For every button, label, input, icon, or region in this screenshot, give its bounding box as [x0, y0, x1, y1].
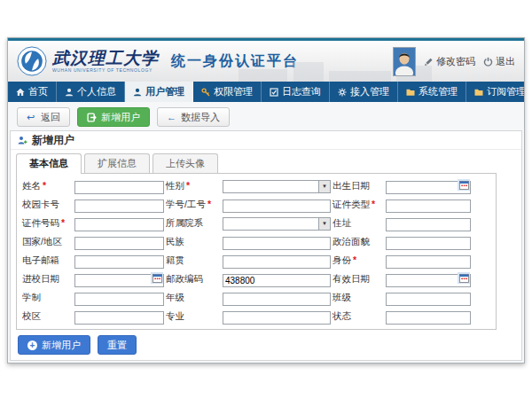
field-department-select[interactable]: ▼ — [223, 217, 331, 231]
chevron-down-icon: ▼ — [318, 218, 330, 230]
field-name-label: 姓名* — [22, 180, 73, 192]
checklist-icon — [270, 88, 278, 97]
nav-tab-label: 个人信息 — [77, 85, 116, 98]
nav-tab-home[interactable]: 首页 — [8, 82, 57, 102]
field-grade-input[interactable] — [223, 293, 331, 306]
field-country-input[interactable] — [74, 237, 164, 250]
field-student-id-input[interactable] — [223, 200, 331, 213]
required-asterisk: * — [61, 217, 65, 228]
folder-icon — [474, 88, 483, 97]
key-icon — [201, 88, 210, 97]
nav-tab-label: 首页 — [28, 85, 48, 98]
home-icon — [16, 88, 25, 97]
required-asterisk: * — [207, 199, 211, 209]
field-political-status-label: 政治面貌 — [332, 236, 384, 248]
nav-tab-profile[interactable]: 个人信息 — [57, 82, 125, 102]
required-asterisk: * — [353, 254, 356, 265]
required-asterisk: * — [372, 199, 375, 209]
power-icon — [483, 57, 493, 66]
change-password-label: 修改密码 — [436, 55, 475, 68]
folder-icon — [406, 88, 415, 97]
tab-extended-info[interactable]: 扩展信息 — [84, 153, 150, 173]
field-campus-card-input[interactable] — [74, 200, 164, 213]
back-button[interactable]: ↩ 返回 — [17, 107, 70, 127]
field-identity-input[interactable] — [386, 255, 471, 269]
field-status-input[interactable] — [386, 311, 471, 325]
reset-button[interactable]: 重置 — [98, 335, 137, 355]
field-class-input[interactable] — [386, 293, 471, 306]
header-user-area: 修改密码 退出 — [393, 47, 515, 76]
data-import-label: 数据导入 — [181, 111, 220, 124]
data-import-button[interactable]: ← 数据导入 — [157, 107, 230, 127]
reset-button-label: 重置 — [107, 339, 127, 352]
add-user-toolbar-button[interactable]: 新增用户 — [77, 107, 150, 127]
university-name: 武汉理工大学 — [52, 50, 159, 66]
field-id-number-input[interactable] — [74, 218, 164, 231]
main-nav: 首页个人信息用户管理权限管理日志查询接入管理系统管理订阅管理 — [8, 82, 524, 102]
tab-basic-info[interactable]: 基本信息 — [16, 153, 82, 174]
app-header: 武汉理工大学 WUHAN UNIVERSITY OF TECHNOLOGY 统一… — [8, 41, 524, 82]
nav-tab-label: 权限管理 — [214, 85, 253, 98]
add-user-submit-button[interactable]: + 新增用户 — [18, 335, 90, 355]
new-document-icon — [87, 113, 97, 122]
field-political-status-input[interactable] — [386, 237, 471, 250]
nav-tab-label: 接入管理 — [350, 85, 389, 98]
field-email-input[interactable] — [74, 255, 164, 269]
nav-tab-label: 日志查询 — [282, 85, 321, 98]
calendar-icon[interactable] — [458, 179, 470, 191]
nav-tab-access[interactable]: 接入管理 — [330, 82, 398, 102]
nav-tab-subscription[interactable]: 订阅管理 — [466, 82, 525, 102]
nav-tab-label: 用户管理 — [145, 85, 184, 98]
calendar-icon[interactable] — [151, 272, 163, 284]
plus-circle-icon: + — [27, 340, 37, 350]
add-user-toolbar-label: 新增用户 — [101, 111, 140, 124]
field-native-place-input[interactable] — [223, 255, 331, 269]
nav-tab-permissions[interactable]: 权限管理 — [193, 82, 262, 102]
field-id-type-label: 证件类型* — [332, 199, 384, 211]
nav-tab-logs[interactable]: 日志查询 — [262, 82, 330, 102]
field-ethnicity-label: 民族 — [166, 236, 221, 248]
calendar-icon[interactable] — [458, 272, 470, 284]
nav-tab-system[interactable]: 系统管理 — [398, 82, 466, 102]
tab-upload-avatar[interactable]: 上传头像 — [153, 153, 218, 173]
required-asterisk: * — [43, 180, 46, 191]
import-arrow-icon: ← — [167, 113, 176, 122]
building-silhouette — [293, 62, 324, 82]
form-tabs: 基本信息扩展信息上传头像 — [11, 150, 521, 174]
pencil-icon — [424, 57, 434, 66]
back-arrow-icon: ↩ — [27, 113, 36, 122]
app-window: 武汉理工大学 WUHAN UNIVERSITY OF TECHNOLOGY 统一… — [7, 37, 525, 364]
page: 武汉理工大学 WUHAN UNIVERSITY OF TECHNOLOGY 统一… — [0, 0, 532, 399]
field-id-type-input[interactable] — [386, 200, 471, 213]
field-department-label: 所属院系 — [166, 217, 221, 230]
field-postal-code-input[interactable] — [223, 274, 331, 287]
university-name-block: 武汉理工大学 WUHAN UNIVERSITY OF TECHNOLOGY — [52, 50, 159, 73]
add-user-submit-label: 新增用户 — [42, 339, 81, 352]
toolbar: ↩ 返回 新增用户 ← 数据导入 — [8, 102, 524, 130]
back-button-label: 返回 — [41, 111, 60, 124]
field-postal-code-label: 邮政编码 — [166, 273, 221, 286]
required-asterisk: * — [186, 180, 190, 191]
nav-tab-label: 订阅管理 — [487, 85, 525, 98]
field-native-place-label: 籍贯 — [166, 254, 221, 267]
field-campus-input[interactable] — [74, 311, 164, 325]
nav-tab-users[interactable]: 用户管理 — [125, 82, 193, 102]
field-identity-label: 身份* — [332, 254, 384, 267]
field-email-label: 电子邮箱 — [22, 254, 73, 267]
field-study-length-input[interactable] — [74, 293, 164, 306]
add-user-panel: 新增用户 基本信息扩展信息上传头像 姓名*性别*▼出生日期校园卡号学号/工号*证… — [10, 130, 522, 361]
university-name-en: WUHAN UNIVERSITY OF TECHNOLOGY — [52, 68, 159, 73]
field-major-input[interactable] — [223, 311, 331, 325]
avatar — [393, 47, 416, 76]
form-actions: + 新增用户 重置 — [11, 330, 521, 360]
field-gender-select[interactable]: ▼ — [223, 180, 331, 193]
gear-icon — [338, 88, 347, 97]
field-class-label: 班级 — [332, 292, 384, 304]
change-password-link[interactable]: 修改密码 — [424, 55, 475, 68]
field-address-input[interactable] — [386, 218, 471, 231]
field-name-input[interactable] — [74, 181, 164, 194]
field-status-label: 状态 — [332, 310, 384, 323]
field-campus-card-label: 校园卡号 — [22, 199, 73, 211]
logout-link[interactable]: 退出 — [483, 55, 515, 68]
field-ethnicity-input[interactable] — [223, 237, 331, 250]
